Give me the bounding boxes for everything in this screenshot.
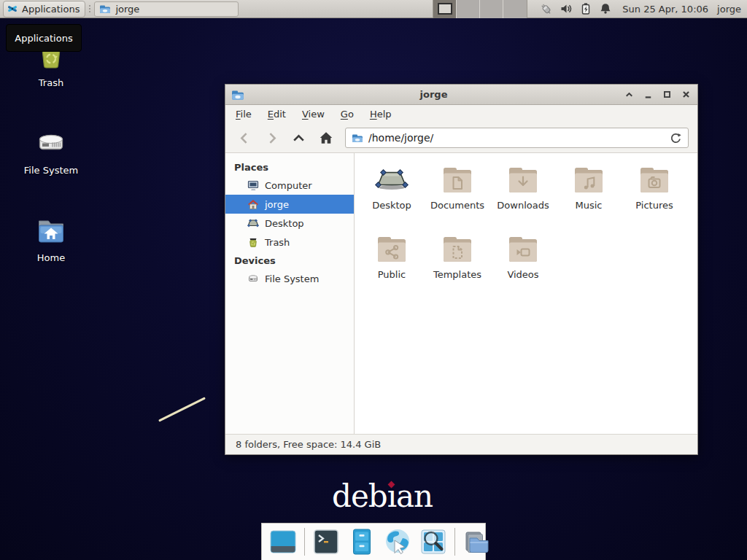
application-finder-launcher[interactable] <box>419 527 448 556</box>
file-view[interactable]: Desktop Documents <box>355 153 697 434</box>
home-folder-icon <box>34 213 69 248</box>
location-path[interactable]: /home/jorge/ <box>368 132 665 144</box>
system-tray <box>539 2 612 16</box>
reload-icon[interactable] <box>670 132 682 144</box>
workspace-window-thumb <box>438 3 452 15</box>
sidebar-item-computer[interactable]: Computer <box>225 176 354 195</box>
file-item-label: Videos <box>507 270 538 280</box>
workspace-switcher[interactable] <box>433 0 527 18</box>
sidebar-item-jorge[interactable]: jorge <box>225 195 354 214</box>
file-item-desktop[interactable]: Desktop <box>359 162 425 231</box>
statusbar: 8 folders, Free space: 14.4 GiB <box>225 434 697 454</box>
file-item-label: Music <box>576 201 603 211</box>
file-item-videos[interactable]: Videos <box>490 231 556 300</box>
templates-folder-icon <box>440 231 475 266</box>
file-item-documents[interactable]: Documents <box>425 162 490 231</box>
sidebar-item-trash[interactable]: Trash <box>225 233 354 252</box>
taskbar-window-label: jorge <box>115 4 139 15</box>
debian-logo-i: ı <box>387 481 396 512</box>
menu-go[interactable]: Go <box>341 109 354 120</box>
applications-menu-button[interactable]: Applications <box>3 1 85 18</box>
sidebar: Places Computer jorge <box>225 153 355 434</box>
file-manager-launcher[interactable] <box>347 527 376 556</box>
workspace-1[interactable] <box>433 0 457 18</box>
menu-view[interactable]: View <box>302 109 325 120</box>
hard-drive-icon <box>34 125 69 160</box>
window-titlebar[interactable]: jorge <box>225 85 697 105</box>
close-button[interactable] <box>680 89 692 101</box>
directory-folder-icon <box>462 527 491 556</box>
sidebar-item-label: Trash <box>265 237 290 248</box>
file-item-public[interactable]: Public <box>359 231 425 300</box>
desktop-special-icon <box>374 162 409 197</box>
file-item-pictures[interactable]: Pictures <box>622 162 687 231</box>
location-bar[interactable]: /home/jorge/ <box>345 128 689 148</box>
bottom-dock <box>261 523 486 560</box>
sidebar-header-places: Places <box>225 158 354 176</box>
directory-menu-button[interactable] <box>462 527 491 556</box>
notifications-bell-icon[interactable] <box>599 2 612 15</box>
desktop-icon-file-system[interactable]: File System <box>10 125 92 176</box>
statusbar-text: 8 folders, Free space: 14.4 GiB <box>236 439 381 450</box>
shade-button[interactable] <box>623 89 635 101</box>
toolbar: /home/jorge/ <box>225 123 697 153</box>
minimize-button[interactable] <box>642 89 654 101</box>
input-device-icon[interactable] <box>539 2 553 16</box>
file-cabinet-icon <box>347 527 376 556</box>
pictures-folder-icon <box>637 162 672 197</box>
workspace-3[interactable] <box>480 0 503 18</box>
public-folder-icon <box>374 231 409 266</box>
terminal-icon <box>311 527 341 556</box>
workspace-2[interactable] <box>457 0 480 18</box>
show-desktop-button[interactable] <box>268 527 298 556</box>
tasklist-handle[interactable] <box>87 2 93 15</box>
debian-logo-text: an <box>396 478 433 514</box>
panel-username[interactable]: jorge <box>717 4 741 15</box>
applications-tooltip: Applications <box>6 24 82 52</box>
hard-drive-icon <box>247 273 259 284</box>
file-item-templates[interactable]: Templates <box>425 231 490 300</box>
wallpaper-line-decoration <box>158 397 206 421</box>
desktop-icon-label: Home <box>10 252 92 263</box>
computer-icon <box>247 179 259 191</box>
sidebar-item-label: File System <box>265 273 319 284</box>
sidebar-item-file-system[interactable]: File System <box>225 269 354 288</box>
tooltip-text: Applications <box>15 33 72 44</box>
top-panel: Applications jorge <box>0 0 747 18</box>
music-folder-icon <box>571 162 606 197</box>
battery-charging-icon[interactable] <box>579 2 592 15</box>
desktop-icon <box>247 217 259 229</box>
maximize-button[interactable] <box>661 89 673 101</box>
file-item-music[interactable]: Music <box>556 162 622 231</box>
forward-button[interactable] <box>261 128 282 148</box>
file-item-label: Documents <box>430 201 484 211</box>
dock-separator <box>454 528 455 556</box>
web-browser-globe-icon <box>383 526 412 557</box>
debian-logo: debıan <box>332 481 433 512</box>
back-button[interactable] <box>234 128 255 148</box>
sidebar-item-desktop[interactable]: Desktop <box>225 214 354 233</box>
desktop-icon-label: File System <box>10 165 92 176</box>
home-button[interactable] <box>315 128 336 148</box>
file-item-downloads[interactable]: Downloads <box>490 162 556 231</box>
up-button[interactable] <box>288 128 309 148</box>
terminal-launcher[interactable] <box>311 527 341 556</box>
folder-icon <box>99 3 111 15</box>
xfce-logo-icon <box>7 3 18 15</box>
sidebar-item-label: Computer <box>265 180 312 191</box>
volume-icon[interactable] <box>560 2 573 15</box>
panel-clock[interactable]: Sun 25 Apr, 10:06 <box>622 4 708 15</box>
taskbar-window-button[interactable]: jorge <box>94 1 239 17</box>
show-desktop-icon <box>268 527 298 556</box>
menubar: File Edit View Go Help <box>225 105 697 123</box>
menu-edit[interactable]: Edit <box>268 109 286 120</box>
menu-file[interactable]: File <box>236 109 252 120</box>
workspace-4[interactable] <box>503 0 527 18</box>
debian-logo-text: deb <box>332 478 387 514</box>
desktop-icon-home[interactable]: Home <box>10 213 92 263</box>
trash-icon <box>247 236 259 248</box>
file-item-label: Templates <box>433 270 481 280</box>
web-browser-launcher[interactable] <box>383 527 412 556</box>
sidebar-item-label: jorge <box>265 199 289 210</box>
menu-help[interactable]: Help <box>370 109 392 120</box>
